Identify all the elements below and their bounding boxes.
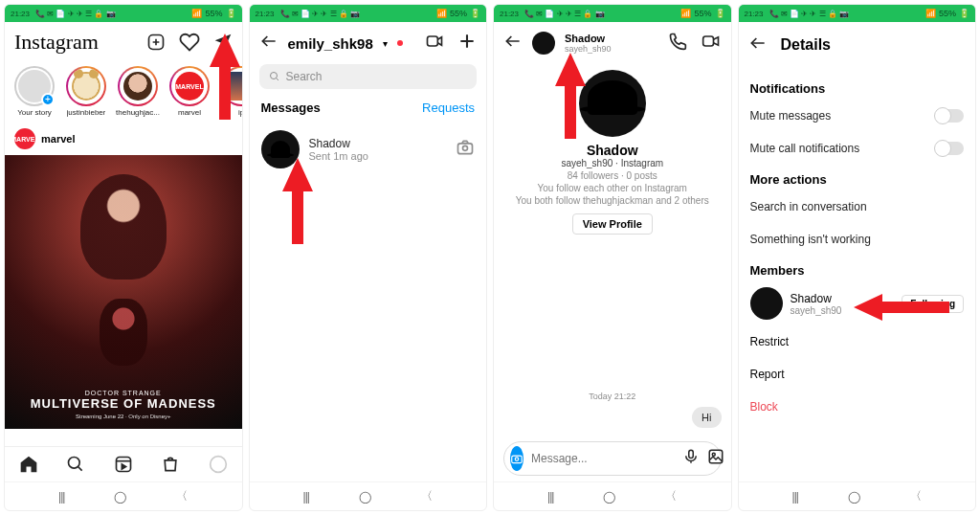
chat-timestamp: Today 21:22: [503, 392, 722, 401]
story-hughjackman[interactable]: thehughjac...: [116, 66, 160, 117]
create-post-icon[interactable]: [146, 33, 166, 52]
section-notifications: Notifications: [750, 81, 965, 96]
svg-rect-19: [702, 36, 713, 46]
android-nav: ||| ◯ 〈: [5, 481, 242, 510]
your-story[interactable]: + Your story: [12, 66, 56, 117]
camera-button[interactable]: [510, 446, 523, 471]
phone-3-chat: 21:23📞 ✉ 📄 ✈ ✈ ☰ 🔒 📷 📶55%🔋 Shadow sayeh_…: [493, 4, 732, 511]
member-avatar: [750, 287, 783, 320]
chat-header-name: Shadow: [565, 33, 612, 44]
svg-rect-23: [709, 450, 723, 463]
message-tabs: Messages Requests: [250, 97, 487, 123]
view-profile-button[interactable]: View Profile: [572, 213, 653, 235]
reels-icon[interactable]: [114, 455, 133, 478]
search-icon[interactable]: [66, 455, 85, 478]
status-bar: 21:23📞 ✉ 📄 ✈ ✈ ☰ 🔒 📷 📶55%🔋: [494, 5, 731, 22]
row-mute-calls[interactable]: Mute call notifications: [750, 132, 965, 165]
profile-username: sayeh_sh90 · Instagram: [561, 158, 663, 168]
svg-point-3: [69, 458, 80, 469]
video-call-icon[interactable]: [701, 32, 722, 55]
svg-rect-20: [512, 456, 523, 463]
toggle-mute-messages[interactable]: [935, 109, 964, 123]
dm-header: emily_shk98 ▾: [250, 22, 487, 64]
back-icon[interactable]: [503, 32, 523, 55]
tab-requests[interactable]: Requests: [422, 101, 475, 115]
back-sys-icon[interactable]: 〈: [176, 488, 188, 504]
tab-messages[interactable]: Messages: [261, 101, 321, 115]
android-nav: ||| ◯ 〈: [494, 481, 731, 510]
home-sys-icon[interactable]: ◯: [359, 490, 371, 504]
post-avatar: MARVEL: [14, 128, 35, 149]
svg-point-7: [210, 457, 226, 473]
back-sys-icon[interactable]: 〈: [665, 488, 677, 504]
profile-icon[interactable]: [209, 455, 228, 478]
gallery-icon[interactable]: [707, 448, 724, 469]
message-bubble[interactable]: Hi: [692, 407, 721, 428]
back-icon[interactable]: [748, 34, 768, 56]
svg-point-16: [463, 146, 468, 150]
search-input[interactable]: Search: [259, 64, 478, 89]
thread-name: Shadow: [309, 137, 447, 150]
video-chat-icon[interactable]: [425, 32, 444, 55]
annotation-arrow-2: [278, 158, 317, 244]
chat-body: Today 21:22 Hi: [494, 244, 731, 441]
home-icon[interactable]: [19, 455, 38, 478]
activity-heart-icon[interactable]: [179, 32, 200, 53]
svg-marker-8: [210, 34, 240, 120]
row-search-conversation[interactable]: Search in conversation: [750, 190, 965, 223]
svg-point-24: [712, 453, 715, 456]
back-sys-icon[interactable]: 〈: [421, 488, 433, 504]
recents-icon[interactable]: |||: [303, 490, 309, 504]
post-image[interactable]: DOCTOR STRANGE MULTIVERSE OF MADNESS Str…: [5, 155, 242, 429]
section-more-actions: More actions: [750, 172, 965, 187]
home-sys-icon[interactable]: ◯: [114, 490, 126, 504]
movie-date: Streaming June 22 · Only on Disney+: [76, 414, 171, 419]
back-sys-icon[interactable]: 〈: [910, 488, 922, 504]
status-bar: 21:23📞 ✉ 📄 ✈ ✈ ☰ 🔒 📷 📶55%🔋: [5, 5, 242, 22]
row-mute-messages[interactable]: Mute messages: [750, 100, 965, 132]
action-restrict[interactable]: Restrict: [750, 325, 965, 358]
audio-call-icon[interactable]: [668, 32, 687, 55]
back-icon[interactable]: [259, 32, 278, 55]
shop-icon[interactable]: [161, 455, 180, 478]
message-input[interactable]: [531, 452, 675, 465]
svg-marker-28: [555, 53, 586, 139]
svg-point-21: [515, 458, 519, 461]
profile-stats: 84 followers · 0 posts: [568, 170, 657, 181]
post-username: marvel: [41, 133, 75, 145]
recents-icon[interactable]: |||: [792, 490, 798, 504]
new-message-icon[interactable]: [457, 32, 477, 55]
add-story-icon: +: [41, 93, 55, 106]
recents-icon[interactable]: |||: [58, 490, 64, 504]
phone-1-feed: 21:23📞 ✉ 📄 ✈ ✈ ☰ 🔒 📷 📶55%🔋 Instagram + Y…: [4, 4, 243, 511]
mic-icon[interactable]: [682, 448, 700, 469]
home-sys-icon[interactable]: ◯: [848, 490, 860, 504]
search-placeholder: Search: [286, 70, 323, 83]
chat-header[interactable]: Shadow sayeh_sh90: [494, 22, 731, 64]
account-name[interactable]: emily_shk98: [288, 35, 373, 52]
svg-point-13: [270, 73, 277, 79]
home-sys-icon[interactable]: ◯: [603, 490, 615, 504]
android-nav: ||| ◯ 〈: [250, 481, 487, 510]
message-composer: [503, 441, 722, 476]
svg-rect-5: [116, 458, 130, 472]
chat-header-avatar: [532, 32, 555, 55]
toggle-mute-calls[interactable]: [935, 142, 964, 155]
recents-icon[interactable]: |||: [547, 490, 553, 504]
notification-dot: [397, 40, 403, 46]
phone-4-details: 21:23📞 ✉ 📄 ✈ ✈ ☰ 🔒 📷 📶55%🔋 Details Notif…: [738, 4, 977, 511]
camera-icon[interactable]: [456, 138, 475, 161]
chat-profile-card: Shadow sayeh_sh90 · Instagram 84 followe…: [494, 64, 731, 244]
chevron-down-icon[interactable]: ▾: [383, 38, 388, 49]
status-bar: 21:23📞 ✉ 📄 ✈ ✈ ☰ 🔒 📷 📶55%🔋: [739, 5, 976, 22]
action-block[interactable]: Block: [750, 391, 965, 423]
section-members: Members: [750, 263, 965, 278]
post-header[interactable]: MARVEL marvel: [5, 123, 242, 155]
row-not-working[interactable]: Something isn't working: [750, 223, 965, 256]
svg-line-14: [276, 78, 278, 81]
profile-relation: You follow each other on Instagram: [538, 183, 687, 193]
svg-rect-10: [428, 36, 438, 46]
svg-rect-15: [458, 144, 473, 154]
action-report[interactable]: Report: [750, 358, 965, 391]
story-justinbieber[interactable]: justinbieber: [64, 66, 108, 117]
